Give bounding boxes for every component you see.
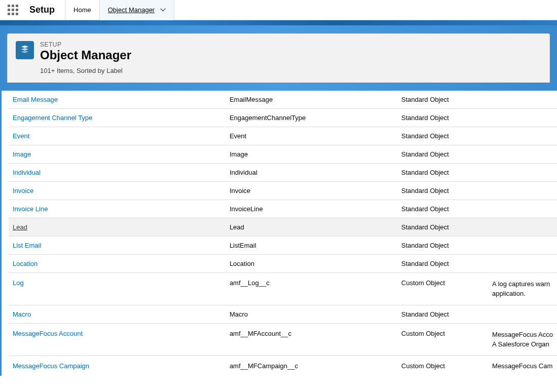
page-header-wrap: SETUP Object Manager 101+ Items, Sorted … [0,25,557,83]
object-type: Standard Object [397,236,488,254]
object-description [488,108,557,127]
table-row: MessageFocus Accountamf__MFAccount__cCus… [9,323,557,356]
object-api-name: Individual [226,163,397,181]
table-row: EventEventStandard Object [9,127,557,145]
object-label-link[interactable]: Individual [13,169,41,176]
object-api-name: Invoice [226,181,397,200]
object-type: Custom Object [397,323,488,356]
page-header: SETUP Object Manager 101+ Items, Sorted … [7,33,550,83]
object-api-name: Image [226,145,397,163]
object-api-name: InvoiceLine [226,200,397,218]
object-description [488,254,557,272]
object-type: Standard Object [397,91,488,109]
object-type: Standard Object [397,108,488,127]
app-launcher-button[interactable] [0,0,25,20]
object-description: A log captures warnapplication. [488,272,557,305]
table-row: Invoice LineInvoiceLineStandard Object [9,200,557,218]
nav-app-title: Setup [25,5,65,15]
object-description: MessageFocus AccoA Salesforce Organ [488,323,557,356]
header-subtitle: 101+ Items, Sorted by Label [40,67,131,74]
decorative-strip [0,83,557,91]
object-description [488,236,557,254]
object-description [488,181,557,200]
nav-tab-label: Object Manager [108,6,155,14]
object-label-link[interactable]: Macro [13,310,31,318]
table-row: List EmailListEmailStandard Object [9,236,557,254]
object-label-link[interactable]: List Email [13,242,41,249]
object-type: Standard Object [397,218,488,236]
object-label-link[interactable]: Lead [13,223,27,231]
object-type: Standard Object [397,254,488,272]
nav-tab-object-manager[interactable]: Object Manager [99,0,175,20]
object-label-link[interactable]: Invoice Line [13,205,48,213]
table-row: MacroMacroStandard Object [9,305,557,323]
header-text: SETUP Object Manager 101+ Items, Sorted … [40,41,131,74]
object-api-name: EngagementChannelType [226,108,397,127]
object-type: Standard Object [397,163,488,181]
table-row: MessageFocus Campaignamf__MFCampaign__cC… [9,356,557,376]
object-type: Standard Object [397,181,488,200]
chevron-down-icon[interactable] [160,7,166,13]
object-api-name: Location [226,254,397,272]
nav-tab-label: Home [73,6,91,14]
object-api-name: amf__MFCampaign__c [226,356,397,376]
object-description [488,127,557,145]
object-label-link[interactable]: Invoice [13,187,33,194]
header-breadcrumb: SETUP [40,41,131,48]
object-type: Standard Object [397,305,488,323]
object-table: Email MessageEmailMessageStandard Object… [9,91,557,376]
object-type: Custom Object [397,272,488,305]
object-label-link[interactable]: Engagement Channel Type [13,114,92,122]
object-label-link[interactable]: Event [13,132,29,140]
object-label-link[interactable]: MessageFocus Account [13,330,83,337]
object-api-name: Macro [226,305,397,323]
object-label-link[interactable]: Image [13,150,31,158]
object-description [488,145,557,163]
object-description [488,91,557,109]
nav-tabs: Home Object Manager [65,0,174,20]
object-api-name: EmailMessage [226,91,397,109]
object-description [488,163,557,181]
object-type: Custom Object [397,356,488,376]
table-row: LeadLeadStandard Object [9,218,557,236]
object-type: Standard Object [397,200,488,218]
table-wrap: Email MessageEmailMessageStandard Object… [0,91,557,376]
nav-tab-home[interactable]: Home [65,0,99,20]
table-row: LocationLocationStandard Object [9,254,557,272]
table-row: Logamf__Log__cCustom ObjectA log capture… [9,272,557,305]
decorative-bar [0,20,557,25]
page-title: Object Manager [40,48,131,63]
table-row: InvoiceInvoiceStandard Object [9,181,557,200]
table-row: IndividualIndividualStandard Object [9,163,557,181]
app-launcher-icon [8,5,18,15]
object-api-name: Event [226,127,397,145]
object-label-link[interactable]: Log [13,279,24,287]
object-label-link[interactable]: MessageFocus Campaign [13,362,89,370]
table-row: Engagement Channel TypeEngagementChannel… [9,108,557,127]
object-description [488,305,557,323]
object-api-name: ListEmail [226,236,397,254]
object-api-name: Lead [226,218,397,236]
object-description [488,200,557,218]
object-description [488,218,557,236]
object-type: Standard Object [397,127,488,145]
table-row: Email MessageEmailMessageStandard Object [9,91,557,109]
object-api-name: amf__Log__c [226,272,397,305]
table-row: ImageImageStandard Object [9,145,557,163]
object-label-link[interactable]: Location [13,260,38,267]
object-api-name: amf__MFAccount__c [226,323,397,356]
object-description: MessageFocus Cam [488,356,557,376]
top-nav: Setup Home Object Manager [0,0,557,20]
object-type: Standard Object [397,145,488,163]
object-manager-icon [16,41,34,59]
object-label-link[interactable]: Email Message [13,96,58,103]
